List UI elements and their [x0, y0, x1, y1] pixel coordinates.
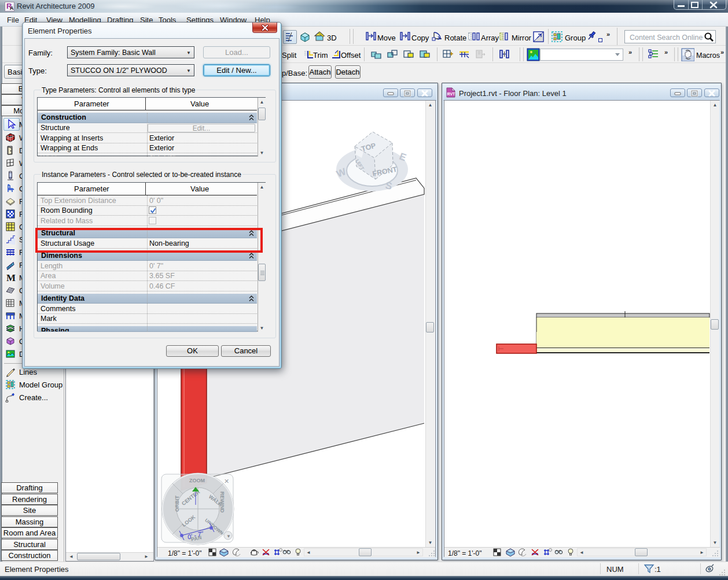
svg-text:RVT: RVT: [447, 92, 456, 96]
svg-text:E: E: [398, 151, 407, 164]
svg-text:M: M: [6, 272, 16, 283]
svg-text:▼: ▼: [226, 534, 231, 539]
svg-text:✕: ✕: [224, 478, 229, 485]
svg-text:ZOOM: ZOOM: [189, 478, 205, 483]
svg-text:ORBIT: ORBIT: [174, 496, 180, 512]
